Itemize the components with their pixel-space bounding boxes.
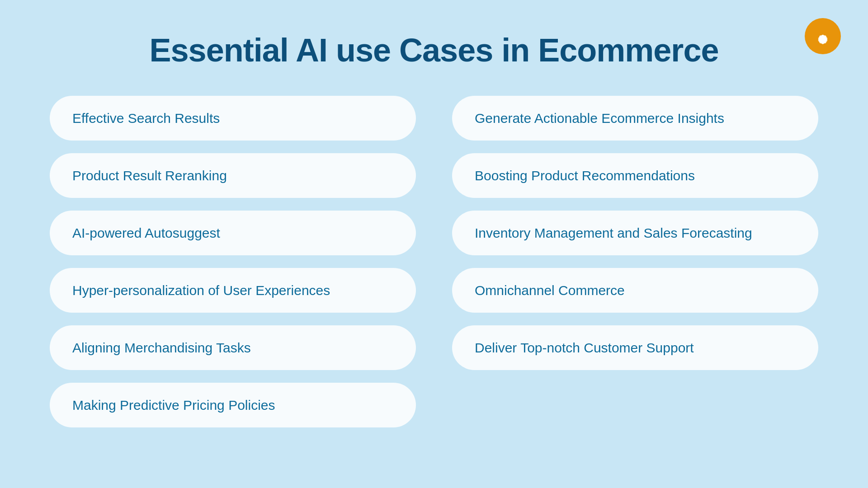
cards-grid: Effective Search Results Product Result …	[50, 96, 818, 427]
svg-point-5	[821, 39, 825, 43]
card-actionable-insights-label: Generate Actionable Ecommerce Insights	[475, 109, 724, 127]
card-hyper-personalization-label: Hyper-personalization of User Experience…	[72, 282, 330, 299]
card-inventory-management: Inventory Management and Sales Forecasti…	[452, 211, 818, 255]
card-effective-search-label: Effective Search Results	[72, 109, 220, 127]
right-column: Generate Actionable Ecommerce Insights B…	[452, 96, 818, 427]
card-effective-search: Effective Search Results	[50, 96, 416, 141]
card-product-recommendations-label: Boosting Product Recommendations	[475, 167, 695, 184]
card-customer-support: Deliver Top-notch Customer Support	[452, 325, 818, 370]
card-merchandising-label: Aligning Merchandising Tasks	[72, 339, 251, 357]
lotus-icon	[812, 25, 834, 47]
card-actionable-insights: Generate Actionable Ecommerce Insights	[452, 96, 818, 141]
card-product-recommendations: Boosting Product Recommendations	[452, 153, 818, 198]
card-pricing-policies-label: Making Predictive Pricing Policies	[72, 396, 275, 414]
card-merchandising: Aligning Merchandising Tasks	[50, 325, 416, 370]
page-container: Essential AI use Cases in Ecommerce Effe…	[0, 0, 868, 488]
card-product-reranking: Product Result Reranking	[50, 153, 416, 198]
card-pricing-policies: Making Predictive Pricing Policies	[50, 383, 416, 427]
card-ai-autosuggest: AI-powered Autosuggest	[50, 211, 416, 255]
left-column: Effective Search Results Product Result …	[50, 96, 416, 427]
card-product-reranking-label: Product Result Reranking	[72, 167, 227, 184]
card-inventory-management-label: Inventory Management and Sales Forecasti…	[475, 224, 752, 242]
card-hyper-personalization: Hyper-personalization of User Experience…	[50, 268, 416, 313]
page-title: Essential AI use Cases in Ecommerce	[150, 32, 719, 69]
card-ai-autosuggest-label: AI-powered Autosuggest	[72, 224, 220, 242]
card-customer-support-label: Deliver Top-notch Customer Support	[475, 339, 694, 357]
logo-badge	[805, 18, 841, 54]
card-omnichannel: Omnichannel Commerce	[452, 268, 818, 313]
card-omnichannel-label: Omnichannel Commerce	[475, 282, 625, 299]
